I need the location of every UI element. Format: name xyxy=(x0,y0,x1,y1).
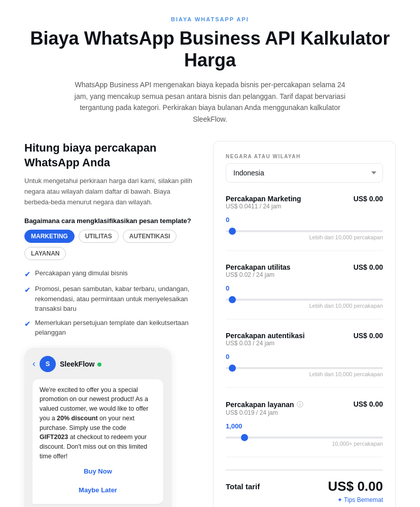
page-header: BIAYA WHATSAPP API Biaya WhatsApp Busine… xyxy=(24,16,396,125)
list-item: ✔ Promosi, pesan sambutan, kabar terbaru… xyxy=(24,284,197,314)
total-label: Total tarif xyxy=(226,482,260,491)
chat-bubble-incoming: We're excited to offer you a special pro… xyxy=(32,379,163,504)
slider-label-utilitas: Lebih dari 10,000 percakapan xyxy=(226,303,383,309)
tag-marketing[interactable]: MARKETING xyxy=(24,230,75,243)
pricing-row-autentikasi: Percakapan autentikasi US$ 0.03 / 24 jam… xyxy=(226,332,383,388)
tag-autentikasi[interactable]: AUTENTIKASI xyxy=(123,230,177,243)
total-row: Total tarif US$ 0.00 xyxy=(226,469,383,496)
left-panel: Hitung biaya percakapan WhatsApp Anda Un… xyxy=(24,141,197,507)
list-item: ✔ Memerlukan persetujuan template dan ke… xyxy=(24,318,197,338)
pricing-row-layanan: Percakapan layanan ⓘ US$ 0.019 / 24 jam … xyxy=(226,400,383,457)
main-layout: Hitung biaya percakapan WhatsApp Anda Un… xyxy=(24,141,396,507)
pricing-name-utilitas: Percakapan utilitas xyxy=(226,263,291,271)
slider-val-autentikasi: 0 xyxy=(226,353,383,360)
slider-marketing[interactable] xyxy=(226,230,383,232)
check-icon: ✔ xyxy=(24,318,31,330)
slider-val-layanan: 1,000 xyxy=(226,422,383,430)
slider-layanan[interactable] xyxy=(226,437,383,439)
pricing-name-autentikasi: Percakapan autentikasi xyxy=(226,332,305,340)
online-indicator xyxy=(97,363,101,367)
pricing-rate-autentikasi: US$ 0.03 / 24 jam xyxy=(226,340,305,347)
pricing-name-layanan: Percakapan layanan xyxy=(226,401,294,409)
pricing-amount-marketing: US$ 0.00 xyxy=(354,195,383,203)
pricing-amount-autentikasi: US$ 0.00 xyxy=(354,332,383,340)
country-label: NEGARA ATAU WILAYAH xyxy=(226,154,383,159)
slider-utilitas[interactable] xyxy=(226,299,383,301)
tips-link[interactable]: ✦ Tips Bememat xyxy=(226,496,383,503)
country-select[interactable]: Indonesia Singapore Malaysia Philippines… xyxy=(226,163,383,183)
chat-btn-later[interactable]: Maybe Later xyxy=(40,482,156,498)
right-panel: NEGARA ATAU WILAYAH Indonesia Singapore … xyxy=(213,141,396,507)
page-title: Biaya WhatsApp Business API Kalkulator H… xyxy=(24,27,396,71)
pricing-rate-layanan: US$ 0.019 / 24 jam xyxy=(226,409,303,416)
slider-val-utilitas: 0 xyxy=(226,284,383,292)
slider-label-autentikasi: Lebih dari 10,000 percakapan xyxy=(226,371,383,377)
slider-autentikasi[interactable] xyxy=(226,367,383,369)
pricing-rate-marketing: US$ 0.0411 / 24 jam xyxy=(226,203,301,210)
bullet-list: ✔ Percakapan yang dimulai bisnis ✔ Promo… xyxy=(24,268,197,338)
slider-label-layanan: 10,000+ percakapan xyxy=(226,441,383,447)
pricing-amount-utilitas: US$ 0.00 xyxy=(354,263,383,271)
tag-layanan[interactable]: LAYANAN xyxy=(24,247,66,260)
check-icon: ✔ xyxy=(24,284,31,296)
pricing-name-marketing: Percakapan Marketing xyxy=(226,195,301,203)
info-icon[interactable]: ⓘ xyxy=(297,400,303,409)
phone-mockup: ‹ S SleekFlow We're excited to offer you… xyxy=(24,348,171,507)
total-amount: US$ 0.00 xyxy=(328,479,383,494)
list-item: ✔ Percakapan yang dimulai bisnis xyxy=(24,268,197,280)
pricing-row-marketing: Percakapan Marketing US$ 0.0411 / 24 jam… xyxy=(226,195,383,251)
slider-val-marketing: 0 xyxy=(226,216,383,224)
section-subtext: Untuk mengetahui perkiraan harga dari ka… xyxy=(24,176,197,207)
chat-button-row: Buy Now Maybe Later xyxy=(40,463,156,498)
chat-btn-buy[interactable]: Buy Now xyxy=(40,463,156,479)
page-description: WhatsApp Business API mengenakan biaya k… xyxy=(68,79,352,125)
back-icon[interactable]: ‹ xyxy=(32,358,36,369)
section-heading: Hitung biaya percakapan WhatsApp Anda xyxy=(24,141,197,170)
slider-label-marketing: Lebih dari 10,000 percakapan xyxy=(226,234,383,240)
pricing-rate-utilitas: US$ 0.02 / 24 jam xyxy=(226,271,291,278)
pricing-amount-layanan: US$ 0.00 xyxy=(354,400,383,408)
phone-header: ‹ S SleekFlow xyxy=(32,356,163,372)
classify-label: Bagaimana cara mengklasifikasikan pesan … xyxy=(24,217,197,225)
pricing-row-utilitas: Percakapan utilitas US$ 0.02 / 24 jam US… xyxy=(226,263,383,319)
phone-name: SleekFlow xyxy=(60,360,101,368)
page-tag: BIAYA WHATSAPP API xyxy=(24,16,396,22)
avatar: S xyxy=(40,356,56,372)
check-icon: ✔ xyxy=(24,269,31,280)
tag-utilitas[interactable]: UTILITAS xyxy=(79,230,119,243)
tag-row: MARKETING UTILITAS AUTENTIKASI LAYANAN xyxy=(24,230,197,260)
